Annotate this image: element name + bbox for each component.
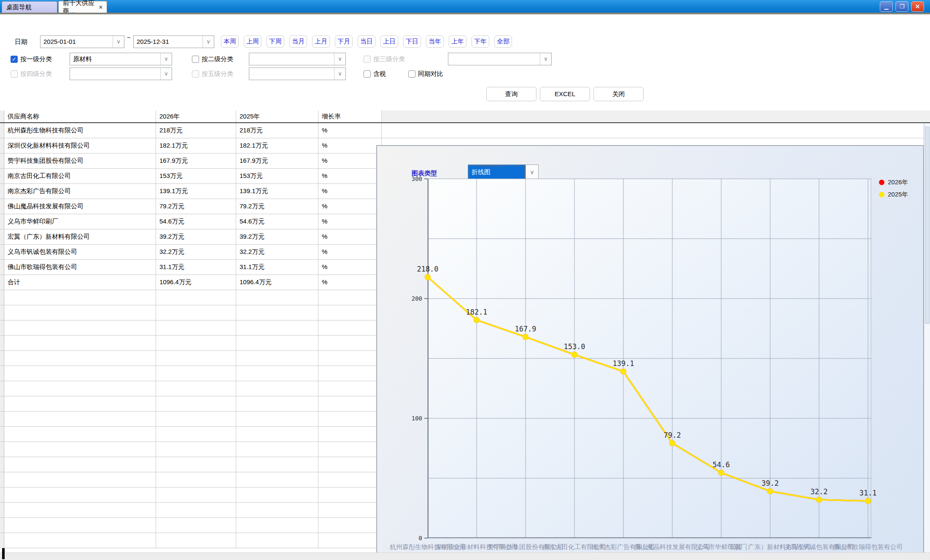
quick-range-button[interactable]: 下周	[267, 35, 284, 48]
scrollbar-thumb[interactable]	[925, 127, 930, 324]
row-selector[interactable]	[0, 442, 4, 457]
row-selector[interactable]	[0, 245, 4, 259]
vertical-scrollbar[interactable]	[924, 123, 930, 552]
svg-text:0: 0	[419, 535, 422, 541]
row-selector[interactable]	[0, 123, 4, 138]
table-cell	[4, 472, 156, 487]
table-cell	[4, 396, 156, 411]
table-cell: %	[318, 169, 382, 183]
row-selector[interactable]	[0, 487, 4, 502]
chevron-down-icon[interactable]: ∨	[334, 68, 345, 80]
table-cell: %	[318, 229, 382, 244]
row-selector[interactable]	[0, 457, 4, 472]
table-cell	[4, 427, 156, 442]
chevron-down-icon[interactable]: ∨	[526, 165, 538, 180]
tab-top-ten-suppliers[interactable]: 前十大供应商… ×	[58, 1, 107, 13]
row-selector[interactable]	[0, 336, 4, 350]
quick-range-button[interactable]: 下月	[335, 35, 353, 48]
chevron-down-icon[interactable]: ∨	[334, 53, 345, 65]
level3-combobox[interactable]: ∨	[448, 53, 552, 65]
table-cell: 义乌市华鲜印刷厂	[4, 214, 156, 229]
chart-type-select[interactable]: 折线图 ∨	[468, 164, 539, 180]
table-cell: 南京古田化工有限公司	[4, 169, 156, 183]
level5-combobox[interactable]: ∨	[249, 67, 346, 80]
quick-range-button[interactable]: 本周	[221, 35, 239, 48]
quick-range-button[interactable]: 下年	[472, 35, 489, 48]
table-cell: %	[318, 214, 382, 229]
table-cell: %	[318, 184, 382, 199]
date-from-combobox[interactable]: 2025-01-01 ∨	[40, 35, 124, 48]
level3-checkbox[interactable]	[364, 56, 371, 63]
quick-range-button[interactable]: 下日	[403, 35, 421, 48]
level2-combobox[interactable]: ∨	[249, 53, 346, 65]
row-selector[interactable]	[0, 351, 4, 366]
table-cell	[236, 381, 318, 396]
table-cell: %	[318, 199, 382, 214]
row-selector[interactable]	[0, 138, 4, 153]
row-selector[interactable]	[0, 427, 4, 442]
quick-range-button[interactable]: 当日	[358, 35, 375, 48]
tab-close-icon[interactable]: ×	[99, 4, 102, 11]
bottom-scroll-area[interactable]	[0, 552, 930, 560]
row-selector[interactable]	[0, 110, 4, 122]
row-selector[interactable]	[0, 199, 4, 214]
quick-range-button[interactable]: 全部	[494, 35, 512, 48]
level1-combobox[interactable]: 原材料∨	[70, 53, 172, 65]
row-selector[interactable]	[0, 169, 4, 183]
row-selector[interactable]	[0, 184, 4, 199]
query-button[interactable]: 查询	[486, 87, 536, 101]
table-cell	[4, 487, 156, 502]
table-cell	[236, 472, 318, 487]
table-cell: %	[318, 123, 382, 138]
row-selector[interactable]	[0, 533, 4, 548]
row-selector[interactable]	[0, 260, 4, 275]
row-selector[interactable]	[0, 275, 4, 290]
row-selector[interactable]	[0, 320, 4, 335]
quick-range-button[interactable]: 当年	[426, 35, 444, 48]
quick-range-button[interactable]: 上周	[244, 35, 261, 48]
table-cell	[236, 442, 318, 457]
row-selector[interactable]	[0, 381, 4, 396]
row-selector[interactable]	[0, 412, 4, 426]
excel-export-button[interactable]: EXCEL	[540, 87, 590, 101]
quick-range-button[interactable]: 上年	[449, 35, 466, 48]
table-row[interactable]: 杭州森彤生物科技有限公司218万元218万元%	[0, 123, 930, 138]
table-cell	[4, 518, 156, 533]
table-cell	[318, 305, 382, 320]
chevron-down-icon[interactable]: ∨	[202, 36, 214, 48]
level4-checkbox[interactable]	[11, 70, 18, 78]
chevron-down-icon[interactable]: ∨	[160, 68, 172, 80]
restore-button[interactable]: ❐	[895, 1, 908, 12]
row-selector[interactable]	[0, 396, 4, 411]
row-selector[interactable]	[0, 366, 4, 381]
row-selector[interactable]	[0, 153, 4, 168]
row-selector[interactable]	[0, 229, 4, 244]
chevron-down-icon[interactable]: ∨	[160, 53, 172, 65]
legend-label: 2025年	[888, 191, 908, 199]
chevron-down-icon[interactable]: ∨	[540, 53, 551, 65]
row-selector[interactable]	[0, 518, 4, 533]
minimize-button[interactable]: ▁	[880, 1, 893, 12]
table-cell: 1096.4万元	[156, 275, 236, 290]
level4-combobox[interactable]: ∨	[70, 67, 172, 80]
quick-range-button[interactable]: 上日	[380, 35, 398, 48]
period-compare-checkbox[interactable]	[408, 70, 415, 78]
row-selector[interactable]	[0, 290, 4, 305]
date-to-combobox[interactable]: 2025-12-31 ∨	[133, 35, 214, 48]
table-cell	[318, 518, 382, 533]
level2-checkbox[interactable]	[192, 56, 199, 63]
row-selector[interactable]	[0, 472, 4, 487]
row-selector[interactable]	[0, 305, 4, 320]
row-selector[interactable]	[0, 503, 4, 517]
quick-range-button[interactable]: 当月	[289, 35, 307, 48]
tab-desktop-navigation[interactable]: 桌面导航	[2, 1, 57, 13]
close-report-button[interactable]: 关闭	[593, 87, 644, 101]
table-cell	[156, 320, 236, 335]
chevron-down-icon[interactable]: ∨	[113, 36, 124, 48]
tax-included-checkbox[interactable]	[364, 70, 371, 78]
close-window-button[interactable]: ✕	[911, 1, 924, 12]
level1-checkbox[interactable]: ✓	[11, 56, 18, 63]
quick-range-button[interactable]: 上月	[312, 35, 330, 48]
level5-checkbox[interactable]	[192, 70, 199, 78]
row-selector[interactable]	[0, 214, 4, 229]
